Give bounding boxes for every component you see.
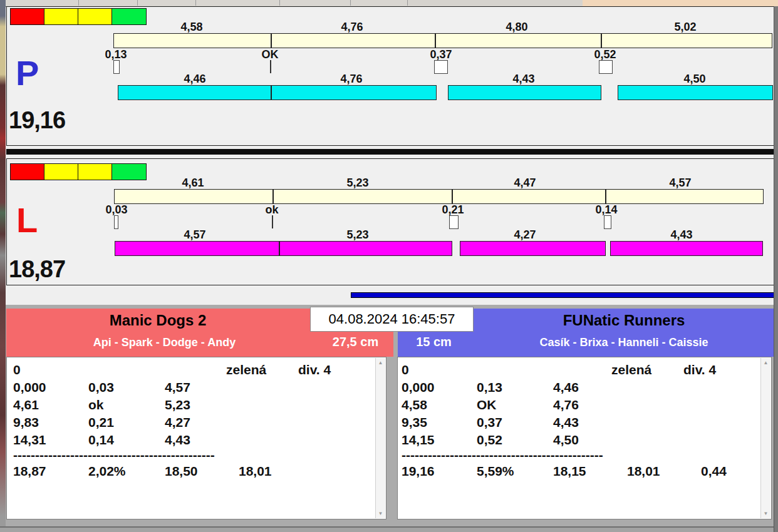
upper-split-label: 4,58 bbox=[148, 21, 236, 34]
changeover-marker-box bbox=[434, 60, 448, 74]
vertical-scrollbar[interactable]: ▲ ▼ bbox=[760, 358, 770, 518]
split-divider bbox=[452, 190, 453, 203]
run-cell: 0,21 bbox=[88, 415, 114, 430]
toolbar-segment bbox=[196, 0, 280, 6]
run-cell: ok bbox=[88, 397, 104, 412]
lower-split-label: 4,76 bbox=[308, 73, 395, 86]
run-cell: 4,50 bbox=[553, 432, 579, 448]
toolbar-segment bbox=[79, 0, 138, 6]
scroll-up-icon[interactable]: ▲ bbox=[761, 358, 770, 367]
changeover-marker-box bbox=[113, 60, 120, 74]
changeover-label: 0,52 bbox=[561, 48, 649, 61]
start-lights bbox=[10, 8, 147, 25]
run-cell: 14,15 bbox=[402, 432, 435, 448]
run-cell: 0,52 bbox=[477, 432, 502, 448]
division-label: div. 4 bbox=[683, 362, 716, 377]
run-cell: 0,000 bbox=[13, 380, 46, 395]
lane-l-section: L 4,61 5,23 4,47 4,57 0,03 ok 0,21 0,14 … bbox=[6, 158, 777, 285]
team-name: Manic Dogs 2 bbox=[6, 312, 309, 329]
upper-split-label: 4,80 bbox=[473, 21, 561, 34]
lower-split-label: 4,50 bbox=[651, 73, 739, 86]
run-cell: 5,23 bbox=[165, 397, 190, 412]
start-lights bbox=[10, 163, 147, 180]
lower-split-label: 4,57 bbox=[151, 228, 239, 242]
run-cell: 4,61 bbox=[13, 397, 39, 412]
total-cell: 19,16 bbox=[402, 464, 435, 479]
total-cell: 2,02% bbox=[88, 464, 126, 479]
changeover-marker-line bbox=[272, 215, 273, 228]
background-window-patch bbox=[583, 0, 778, 6]
run-cell: OK bbox=[477, 397, 497, 412]
changeover-label: 0,37 bbox=[397, 48, 485, 61]
changeover-label: ok bbox=[228, 203, 316, 217]
upper-split-bar bbox=[113, 33, 772, 48]
lower-split-label: 4,27 bbox=[481, 228, 569, 242]
run-cell: 9,83 bbox=[13, 415, 39, 430]
lower-split-label: 4,43 bbox=[638, 228, 725, 242]
lane-letter: P bbox=[16, 56, 39, 91]
total-cell: 5,59% bbox=[477, 464, 514, 479]
run-time-bar bbox=[618, 85, 773, 100]
light-yellow-icon bbox=[44, 9, 78, 24]
team-members: Api - Spark - Dodge - Andy bbox=[6, 336, 323, 349]
run-cell: 0,13 bbox=[477, 380, 502, 395]
light-red-icon bbox=[11, 164, 44, 180]
split-divider bbox=[435, 34, 436, 48]
total-cell: 18,01 bbox=[239, 464, 272, 479]
toolbar-segment bbox=[6, 0, 79, 6]
light-red-icon bbox=[11, 9, 44, 24]
upper-split-label: 5,23 bbox=[314, 176, 402, 190]
team-data-area-left: 0 zelená div. 4 0,000 0,03 4,57 4,61 ok … bbox=[6, 357, 386, 519]
run-cell: 4,58 bbox=[402, 397, 427, 412]
run-time-bar bbox=[610, 241, 763, 256]
app-window: P 4,58 4,76 4,80 5,02 0,13 OK 0,37 0,52 … bbox=[0, 0, 778, 532]
run-cell: 0,000 bbox=[402, 380, 435, 395]
light-yellow-icon bbox=[78, 164, 112, 180]
total-cell: 0,44 bbox=[701, 464, 727, 479]
jump-height-label: 15 cm bbox=[407, 335, 460, 349]
background-window-sliver bbox=[0, 0, 6, 532]
changeover-marker-box bbox=[114, 215, 118, 229]
lane-total: 18,87 bbox=[9, 256, 65, 283]
separator-line: ----------------------------------------… bbox=[402, 448, 603, 463]
split-divider bbox=[605, 190, 606, 203]
total-cell: 18,87 bbox=[13, 464, 46, 479]
lower-split-label: 5,23 bbox=[314, 228, 402, 242]
total-cell: 18,15 bbox=[553, 464, 586, 479]
run-time-bar bbox=[448, 85, 601, 100]
split-divider bbox=[272, 190, 274, 203]
run-cell: 4,43 bbox=[165, 432, 190, 448]
run-time-bar bbox=[115, 241, 452, 256]
datetime-display: 04.08.2024 16:45:57 bbox=[310, 307, 474, 332]
changeover-label: OK bbox=[226, 48, 314, 61]
lower-split-label: 4,43 bbox=[480, 73, 568, 86]
separator-line: ----------------------------------------… bbox=[13, 448, 215, 463]
run-cell: 4,57 bbox=[165, 380, 190, 395]
upper-split-label: 4,57 bbox=[636, 176, 724, 190]
changeover-label: 0,14 bbox=[563, 203, 650, 217]
race-progress-bar bbox=[351, 292, 777, 298]
light-yellow-icon bbox=[44, 164, 78, 180]
start-number: 0 bbox=[13, 362, 21, 377]
scroll-up-icon[interactable]: ▲ bbox=[376, 358, 385, 367]
changeover-marker-box bbox=[604, 215, 611, 229]
changeover-label: 0,13 bbox=[72, 48, 160, 61]
lane-p-section: P 4,58 4,76 4,80 5,02 0,13 OK 0,37 0,52 … bbox=[6, 6, 777, 146]
run-cell: 0,03 bbox=[88, 380, 114, 395]
category-label: zelená bbox=[226, 362, 266, 377]
team-members: Casík - Brixa - Hanneli - Caissie bbox=[473, 336, 775, 349]
changeover-label: 0,21 bbox=[409, 203, 497, 217]
vertical-scrollbar[interactable]: ▲ ▼ bbox=[375, 358, 385, 518]
lane-total: 19,16 bbox=[9, 107, 65, 134]
upper-split-label: 5,02 bbox=[641, 21, 729, 34]
scroll-down-icon[interactable]: ▼ bbox=[376, 509, 385, 518]
scroll-down-icon[interactable]: ▼ bbox=[761, 509, 770, 518]
upper-split-label: 4,76 bbox=[308, 21, 396, 34]
lane-letter: L bbox=[16, 203, 38, 238]
division-label: div. 4 bbox=[298, 362, 331, 377]
jump-height-label: 27,5 cm bbox=[319, 335, 392, 349]
light-yellow-icon bbox=[78, 9, 112, 24]
changeover-label: 0,03 bbox=[73, 203, 160, 217]
split-divider bbox=[271, 86, 272, 100]
changeover-marker-line bbox=[270, 60, 271, 73]
